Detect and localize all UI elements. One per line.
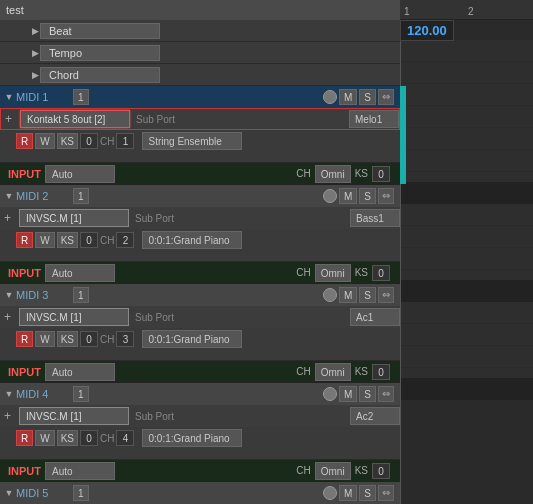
midi3-expand-icon[interactable]: ▼ bbox=[4, 290, 14, 300]
midi1-port-btn[interactable]: Melo1 bbox=[349, 110, 399, 128]
midi1-s-btn[interactable]: S bbox=[359, 89, 376, 105]
midi5-record-btn[interactable] bbox=[323, 486, 337, 500]
midi2-ch-val[interactable]: 2 bbox=[116, 232, 134, 248]
midi1-lane-r2 bbox=[400, 128, 533, 150]
midi-row1-5: ▼ MIDI 5 1 M S ⇔ bbox=[0, 482, 400, 504]
midi3-auto-btn[interactable]: Auto bbox=[45, 363, 115, 381]
midi2-m-btn[interactable]: M bbox=[339, 188, 357, 204]
midi2-port-btn[interactable]: Bass1 bbox=[350, 209, 400, 227]
midi1-ch-label: CH bbox=[100, 136, 114, 147]
midi2-plus-btn[interactable]: + bbox=[4, 211, 16, 225]
midi4-ks-input[interactable]: 0 bbox=[372, 463, 390, 479]
midi2-record-btn[interactable] bbox=[323, 189, 337, 203]
midi4-spacer bbox=[0, 449, 400, 459]
chord-lane bbox=[400, 84, 533, 106]
midi-group-2: ▼ MIDI 2 1 M S ⇔ + INVSC.M [1] Sub Port … bbox=[0, 185, 400, 284]
beat-expand-icon[interactable]: ▶ bbox=[30, 26, 40, 36]
midi3-omni-btn[interactable]: Omni bbox=[315, 363, 351, 381]
chord-expand-icon[interactable]: ▶ bbox=[30, 70, 40, 80]
midi2-instrument-name[interactable]: 0:0:1:Grand Piano bbox=[142, 231, 242, 249]
active-track-indicator bbox=[400, 86, 406, 184]
midi3-ks-val[interactable]: 0 bbox=[80, 331, 98, 347]
midi2-ks-input[interactable]: 0 bbox=[372, 265, 390, 281]
midi4-instrument-name[interactable]: 0:0:1:Grand Piano bbox=[142, 429, 242, 447]
midi5-expand-icon[interactable]: ▼ bbox=[4, 488, 14, 498]
midi1-instrument-name[interactable]: String Ensemble bbox=[142, 132, 242, 150]
midi1-m-btn[interactable]: M bbox=[339, 89, 357, 105]
midi3-m-btn[interactable]: M bbox=[339, 287, 357, 303]
midi4-plus-btn[interactable]: + bbox=[4, 409, 16, 423]
midi1-lane-r1 bbox=[400, 106, 533, 128]
midi1-r-btn[interactable]: R bbox=[16, 133, 33, 149]
midi3-ch-val[interactable]: 3 bbox=[116, 331, 134, 347]
midi2-instrument-btn[interactable]: INVSC.M [1] bbox=[19, 209, 129, 227]
midi3-w-btn[interactable]: W bbox=[35, 331, 54, 347]
midi3-record-btn[interactable] bbox=[323, 288, 337, 302]
midi3-port-btn[interactable]: Ac1 bbox=[350, 308, 400, 326]
midi4-input-label: INPUT bbox=[8, 465, 41, 477]
midi-row5-1: INPUT Auto CH Omni KS 0 bbox=[0, 162, 400, 184]
midi4-omni-btn[interactable]: Omni bbox=[315, 462, 351, 480]
midi3-ks-btn[interactable]: KS bbox=[57, 331, 78, 347]
midi2-auto-btn[interactable]: Auto bbox=[45, 264, 115, 282]
midi2-ks-val[interactable]: 0 bbox=[80, 232, 98, 248]
midi2-ch-label2: CH bbox=[296, 267, 310, 278]
midi4-record-btn[interactable] bbox=[323, 387, 337, 401]
midi4-ks-btn[interactable]: KS bbox=[57, 430, 78, 446]
midi1-arrows-btn[interactable]: ⇔ bbox=[378, 89, 394, 105]
midi3-r-btn[interactable]: R bbox=[16, 331, 33, 347]
title-bar: test bbox=[0, 0, 400, 20]
midi1-instrument-btn[interactable]: Kontakt 5 8out [2] bbox=[20, 110, 130, 128]
midi-row2-3: + INVSC.M [1] Sub Port Ac1 bbox=[0, 306, 400, 328]
midi1-ks-input[interactable]: 0 bbox=[372, 166, 390, 182]
tempo-expand-icon[interactable]: ▶ bbox=[30, 48, 40, 58]
midi1-num: 1 bbox=[73, 89, 89, 105]
midi1-ks-val[interactable]: 0 bbox=[80, 133, 98, 149]
midi4-expand-icon[interactable]: ▼ bbox=[4, 389, 14, 399]
midi2-ks-btn[interactable]: KS bbox=[57, 232, 78, 248]
midi4-instrument-btn[interactable]: INVSC.M [1] bbox=[19, 407, 129, 425]
midi3-arrows-btn[interactable]: ⇔ bbox=[378, 287, 394, 303]
midi2-s-btn[interactable]: S bbox=[359, 188, 376, 204]
midi3-instrument-name[interactable]: 0:0:1:Grand Piano bbox=[142, 330, 242, 348]
midi3-s-btn[interactable]: S bbox=[359, 287, 376, 303]
ruler: 1 2 bbox=[400, 0, 533, 20]
midi1-w-btn[interactable]: W bbox=[35, 133, 54, 149]
midi1-plus-btn[interactable]: + bbox=[5, 112, 17, 126]
midi4-r-btn[interactable]: R bbox=[16, 430, 33, 446]
midi-group-1: ▼ MIDI 1 1 M S ⇔ + Kontakt 5 8out [2] Su… bbox=[0, 86, 400, 185]
midi-group-5: ▼ MIDI 5 1 M S ⇔ bbox=[0, 482, 400, 504]
midi1-auto-btn[interactable]: Auto bbox=[45, 165, 115, 183]
midi4-w-btn[interactable]: W bbox=[35, 430, 54, 446]
midi3-instrument-btn[interactable]: INVSC.M [1] bbox=[19, 308, 129, 326]
midi-row3-2: R W KS 0 CH 2 0:0:1:Grand Piano bbox=[0, 229, 400, 251]
midi1-ks-btn[interactable]: KS bbox=[57, 133, 78, 149]
chord-label: Chord bbox=[40, 67, 160, 83]
midi2-arrows-btn[interactable]: ⇔ bbox=[378, 188, 394, 204]
midi2-expand-icon[interactable]: ▼ bbox=[4, 191, 14, 201]
midi-row1-3: ▼ MIDI 3 1 M S ⇔ bbox=[0, 284, 400, 306]
midi5-s-btn[interactable]: S bbox=[359, 485, 376, 501]
midi1-ch-val[interactable]: 1 bbox=[116, 133, 134, 149]
midi5-arrows-btn[interactable]: ⇔ bbox=[378, 485, 394, 501]
midi2-w-btn[interactable]: W bbox=[35, 232, 54, 248]
midi5-m-btn[interactable]: M bbox=[339, 485, 357, 501]
midi1-ch-label2: CH bbox=[296, 168, 310, 179]
midi4-arrows-btn[interactable]: ⇔ bbox=[378, 386, 394, 402]
midi4-port-btn[interactable]: Ac2 bbox=[350, 407, 400, 425]
midi-row3-1: R W KS 0 CH 1 String Ensemble bbox=[0, 130, 400, 152]
tempo-lane bbox=[400, 62, 533, 84]
midi4-m-btn[interactable]: M bbox=[339, 386, 357, 402]
midi2-omni-btn[interactable]: Omni bbox=[315, 264, 351, 282]
midi1-record-btn[interactable] bbox=[323, 90, 337, 104]
midi2-spacer bbox=[0, 251, 400, 261]
midi4-ks-val[interactable]: 0 bbox=[80, 430, 98, 446]
midi4-ch-val[interactable]: 4 bbox=[116, 430, 134, 446]
midi2-r-btn[interactable]: R bbox=[16, 232, 33, 248]
midi4-auto-btn[interactable]: Auto bbox=[45, 462, 115, 480]
midi3-plus-btn[interactable]: + bbox=[4, 310, 16, 324]
midi3-ks-input[interactable]: 0 bbox=[372, 364, 390, 380]
midi1-expand-icon[interactable]: ▼ bbox=[4, 92, 14, 102]
midi4-s-btn[interactable]: S bbox=[359, 386, 376, 402]
midi1-omni-btn[interactable]: Omni bbox=[315, 165, 351, 183]
